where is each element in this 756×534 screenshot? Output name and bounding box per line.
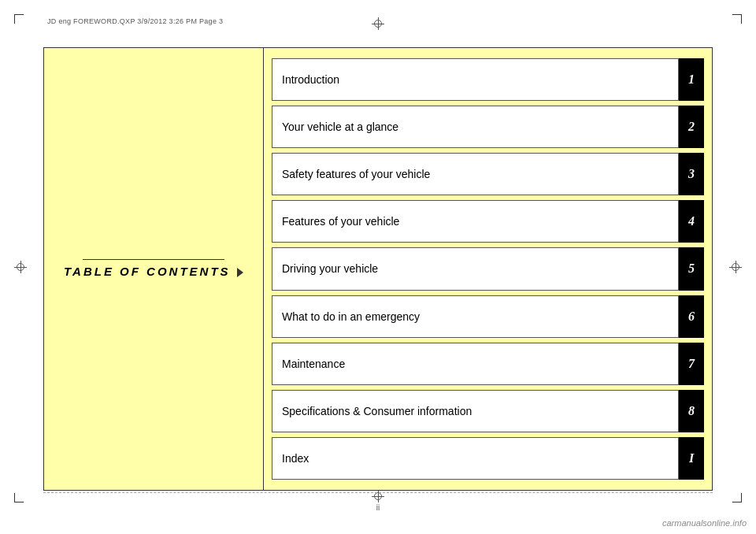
file-info: JD eng FOREWORD.QXP 3/9/2012 3:26 PM Pag…: [47, 17, 223, 25]
watermark: carmanualsonline.info: [662, 518, 747, 528]
toc-entry-4[interactable]: Features of your vehicle: [272, 200, 679, 243]
toc-entry-8[interactable]: Specifications & Consumer information: [272, 390, 679, 432]
corner-mark-bl: [14, 493, 24, 502]
toc-entry-7[interactable]: Maintenance: [272, 343, 679, 385]
page-number: ii: [376, 503, 380, 512]
left-panel: TABLE OF CONTENTS: [43, 47, 264, 491]
toc-row[interactable]: IndexI: [272, 437, 704, 480]
toc-entry-5[interactable]: Driving your vehicle: [272, 247, 679, 290]
toc-number-3: 3: [679, 153, 704, 195]
toc-entry-3[interactable]: Safety features of your vehicle: [272, 153, 679, 195]
toc-number-1: 1: [679, 58, 704, 101]
crosshair-right: [729, 261, 742, 273]
corner-mark-tr: [732, 14, 742, 24]
toc-title: TABLE OF CONTENTS: [64, 265, 231, 278]
toc-title-container: TABLE OF CONTENTS: [64, 259, 243, 280]
toc-row[interactable]: Your vehicle at a glance2: [272, 106, 704, 148]
toc-entry-1[interactable]: Introduction: [272, 58, 679, 101]
toc-entry-6[interactable]: What to do in an emergency: [272, 295, 679, 338]
toc-number-5: 5: [679, 247, 704, 290]
toc-number-4: 4: [679, 200, 704, 243]
toc-number-2: 2: [679, 106, 704, 148]
toc-row[interactable]: What to do in an emergency6: [272, 295, 704, 338]
corner-mark-tl: [14, 14, 24, 24]
toc-number-8: 8: [679, 390, 704, 432]
toc-panel: Introduction1Your vehicle at a glance2Sa…: [264, 47, 713, 491]
bottom-dotted-line: [43, 492, 713, 493]
toc-entry-9[interactable]: Index: [272, 437, 679, 480]
corner-mark-br: [732, 493, 742, 502]
toc-line: [83, 259, 224, 261]
toc-row[interactable]: Specifications & Consumer information8: [272, 390, 704, 432]
toc-row[interactable]: Driving your vehicle5: [272, 247, 704, 290]
crosshair-top: [372, 17, 384, 30]
toc-arrow: [237, 268, 243, 277]
toc-entry-2[interactable]: Your vehicle at a glance: [272, 106, 679, 148]
main-content: TABLE OF CONTENTS Introduction1Your vehi…: [43, 47, 713, 491]
toc-number-6: 6: [679, 295, 704, 338]
toc-number-9: I: [679, 437, 704, 480]
toc-row[interactable]: Introduction1: [272, 58, 704, 101]
toc-row[interactable]: Features of your vehicle4: [272, 200, 704, 243]
crosshair-left: [14, 261, 27, 273]
toc-row[interactable]: Maintenance7: [272, 343, 704, 385]
toc-row[interactable]: Safety features of your vehicle3: [272, 153, 704, 195]
toc-number-7: 7: [679, 343, 704, 385]
